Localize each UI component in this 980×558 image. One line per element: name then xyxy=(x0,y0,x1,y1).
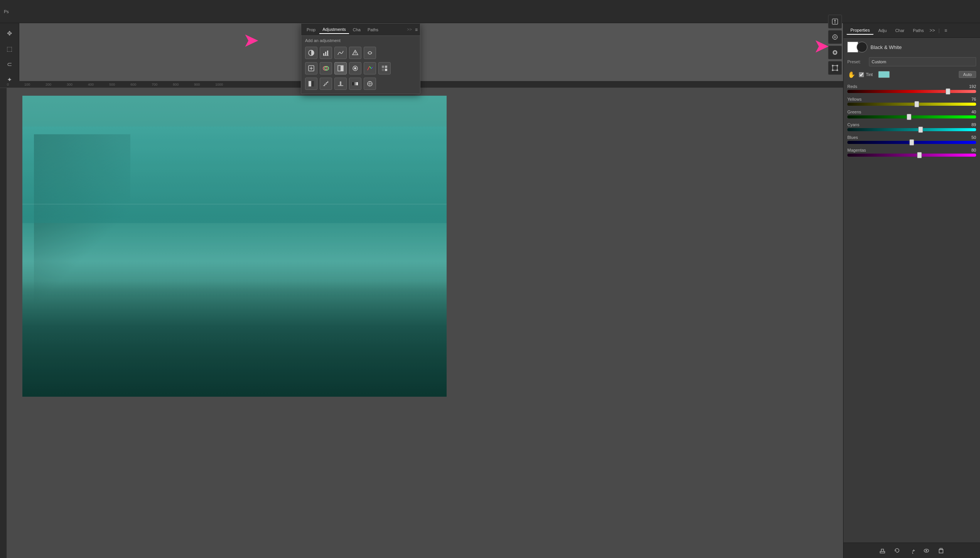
reds-header: Reds 192 xyxy=(847,84,976,89)
yellows-track[interactable] xyxy=(847,103,976,106)
targeted-adjust-icon[interactable] xyxy=(828,30,842,44)
greens-thumb[interactable] xyxy=(907,114,911,120)
reds-thumb[interactable] xyxy=(946,88,950,95)
yellows-label: Yellows xyxy=(847,97,862,101)
tab-properties[interactable]: Properties xyxy=(847,26,874,35)
gradient-map-btn[interactable] xyxy=(349,78,361,90)
main-layout: ✥ ⬚ ⊂ ✦ ⌗ 🖉 ⊕ 🖌 ⎘ ↩ ◻ ◫ ◎ ○ ✒ T ↖ ▭ ✋ 🔍 xyxy=(0,23,980,558)
marquee-tool[interactable]: ⬚ xyxy=(3,42,17,56)
invert-btn[interactable] xyxy=(305,78,317,90)
blues-value: 50 xyxy=(965,135,976,140)
panel-menu-icon[interactable]: ≡ xyxy=(942,27,950,34)
previous-state-icon[interactable] xyxy=(893,546,901,555)
adj-tab-prop[interactable]: Prop xyxy=(304,26,319,34)
clip-to-layer-icon[interactable] xyxy=(878,546,887,555)
greens-slider-row: Greens 40 xyxy=(847,110,976,118)
tab-paths[interactable]: Paths xyxy=(909,27,928,34)
greens-header: Greens 40 xyxy=(847,110,976,114)
tint-color-swatch[interactable] xyxy=(878,71,890,78)
ruler-left xyxy=(0,88,7,558)
preset-label: Preset: xyxy=(847,59,866,64)
magentas-header: Magentas 80 xyxy=(847,148,976,152)
magentas-label: Magentas xyxy=(847,148,866,152)
svg-rect-48 xyxy=(832,69,833,71)
reds-slider-row: Reds 192 xyxy=(847,84,976,93)
adj-tab-paths[interactable]: Paths xyxy=(364,26,381,34)
delete-icon[interactable] xyxy=(937,546,945,555)
black-white-btn[interactable] xyxy=(334,62,347,74)
tint-checkbox[interactable] xyxy=(859,72,864,77)
svg-point-14 xyxy=(354,67,356,69)
yellows-slider-row: Yellows 76 xyxy=(847,97,976,106)
magentas-value: 80 xyxy=(965,148,976,152)
cyans-track[interactable] xyxy=(847,128,976,131)
menu-ps[interactable]: Ps xyxy=(4,9,9,14)
panel-tabs-more[interactable]: >> xyxy=(928,27,936,34)
reset-icon[interactable] xyxy=(907,546,916,555)
adj-subtitle: Add an adjustment xyxy=(301,36,420,45)
svg-rect-19 xyxy=(385,66,387,68)
posterize-btn[interactable] xyxy=(320,78,332,90)
magentas-thumb[interactable] xyxy=(917,152,922,158)
cyans-value: 89 xyxy=(965,122,976,127)
channel-mixer-btn[interactable] xyxy=(364,62,376,74)
color-lookup-btn[interactable] xyxy=(378,62,391,74)
threshold-btn[interactable] xyxy=(334,78,347,90)
adj-tab-adjustments[interactable]: Adjustments xyxy=(319,25,349,34)
panel-tabs-separator: | xyxy=(938,28,940,33)
reds-label: Reds xyxy=(847,84,857,89)
svg-rect-21 xyxy=(385,69,387,71)
magentas-track[interactable] xyxy=(847,154,976,157)
cyans-thumb[interactable] xyxy=(918,127,923,133)
yellows-thumb[interactable] xyxy=(914,101,919,107)
svg-rect-49 xyxy=(837,69,838,71)
blues-slider-row: Blues 50 xyxy=(847,135,976,144)
auto-button[interactable]: Auto xyxy=(959,71,976,78)
svg-point-30 xyxy=(926,550,927,551)
photo-filter-btn[interactable] xyxy=(349,62,361,74)
adjustments-popup: Prop Adjustments Cha Paths >> ≡ Add an a… xyxy=(301,23,420,94)
levels-btn[interactable] xyxy=(320,47,332,59)
preset-row: Preset: Custom Default Darker High Contr… xyxy=(847,57,976,66)
vibrance-btn[interactable] xyxy=(364,47,376,59)
adj-icons-row-1 xyxy=(301,45,420,61)
adj-menu-icon[interactable]: ≡ xyxy=(415,27,418,32)
cyans-label: Cyans xyxy=(847,122,859,127)
color-balance-btn[interactable] xyxy=(320,62,332,74)
svg-rect-33 xyxy=(940,548,942,550)
curves-btn[interactable] xyxy=(334,47,347,59)
adjustments-panel-icon[interactable] xyxy=(828,23,842,29)
hue-saturation-btn[interactable] xyxy=(305,62,317,74)
adj-icons-row-3 xyxy=(301,76,420,94)
preset-select-wrapper: Custom Default Darker High Contrast Blue… xyxy=(869,57,976,66)
tab-adju[interactable]: Adju xyxy=(874,27,891,34)
exposure-btn[interactable] xyxy=(349,47,361,59)
lasso-tool[interactable]: ⊂ xyxy=(3,57,17,71)
brightness-contrast-btn[interactable] xyxy=(305,47,317,59)
panel-tabs: Properties Adju Char Paths >> | ≡ xyxy=(843,23,980,38)
cyans-header: Cyans 89 xyxy=(847,122,976,127)
selective-color-btn[interactable] xyxy=(364,78,376,90)
preset-select[interactable]: Custom Default Darker High Contrast Blue… xyxy=(869,57,976,66)
svg-line-15 xyxy=(368,66,369,70)
svg-rect-23 xyxy=(311,81,314,86)
move-tool[interactable]: ✥ xyxy=(3,26,17,40)
greens-value: 40 xyxy=(965,110,976,114)
tab-char[interactable]: Char xyxy=(891,27,908,34)
yellows-value: 76 xyxy=(965,97,976,101)
svg-rect-24 xyxy=(353,82,358,85)
adj-tab-cha[interactable]: Cha xyxy=(350,26,364,34)
mask-icon[interactable] xyxy=(828,46,842,59)
canvas-container[interactable] xyxy=(7,88,843,558)
tint-label: Tint xyxy=(866,72,873,77)
visibility-icon[interactable] xyxy=(922,546,931,555)
svg-rect-20 xyxy=(382,69,384,71)
blues-track[interactable] xyxy=(847,141,976,144)
reds-track[interactable] xyxy=(847,90,976,93)
transform-icon[interactable] xyxy=(828,61,842,75)
target-adjust-icon[interactable]: ✋ xyxy=(847,70,856,79)
blues-thumb[interactable] xyxy=(909,139,914,145)
bw-black-icon xyxy=(857,42,867,52)
greens-track[interactable] xyxy=(847,115,976,118)
layer-type-label: Black & White xyxy=(870,44,902,50)
